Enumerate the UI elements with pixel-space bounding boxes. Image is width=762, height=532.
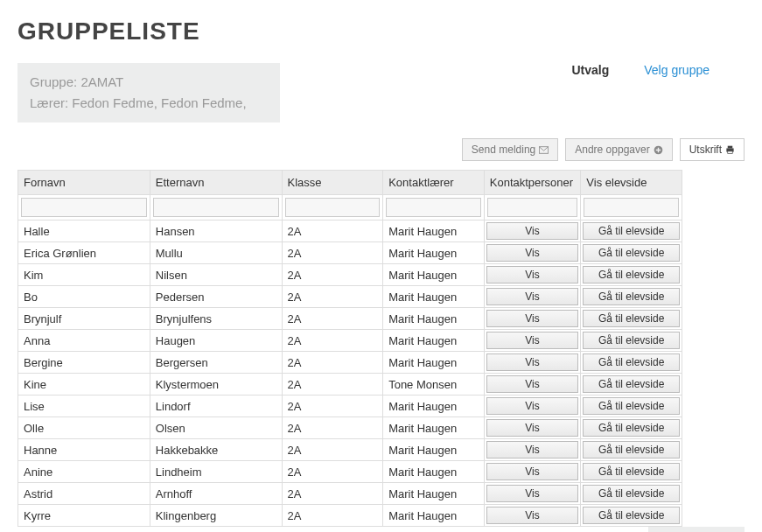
cell-vis-elevside: Gå til elevside [581, 374, 682, 396]
ga-til-elevside-button[interactable]: Gå til elevside [583, 485, 680, 502]
filter-kontaktpersoner[interactable] [487, 198, 578, 217]
cell-kontaktpersoner: Vis [484, 483, 581, 505]
cell-kontaktlarer: Tone Monsen [383, 374, 485, 396]
cell-fornavn: Halle [18, 220, 150, 242]
vis-button[interactable]: Vis [486, 244, 579, 262]
vis-button[interactable]: Vis [486, 222, 579, 240]
col-fornavn[interactable]: Fornavn [18, 171, 150, 195]
cell-kontaktpersoner: Vis [484, 505, 581, 527]
cell-kontaktpersoner: Vis [484, 330, 581, 352]
ga-til-elevside-button[interactable]: Gå til elevside [583, 463, 680, 480]
vis-button[interactable]: Vis [486, 419, 579, 437]
ga-til-elevside-button[interactable]: Gå til elevside [583, 419, 680, 437]
filter-etternavn[interactable] [153, 198, 279, 217]
vis-button[interactable]: Vis [486, 354, 579, 371]
teacher-names: Fedon Fedme, Fedon Fedme, [72, 95, 246, 110]
vis-button[interactable]: Vis [486, 507, 579, 524]
cell-vis-elevside: Gå til elevside [581, 417, 682, 439]
col-etternavn[interactable]: Etternavn [150, 171, 282, 195]
cell-kontaktlarer: Marit Haugen [383, 439, 485, 461]
table-row: AstridArnhoff2AMarit HaugenVisGå til ele… [18, 483, 682, 505]
header-row: Fornavn Etternavn Klasse Kontaktlærer Ko… [18, 171, 682, 195]
vis-button[interactable]: Vis [486, 441, 579, 458]
ga-til-elevside-button[interactable]: Gå til elevside [583, 507, 680, 524]
ga-til-elevside-button[interactable]: Gå til elevside [583, 441, 680, 458]
cell-kontaktlarer: Marit Haugen [383, 505, 485, 527]
ga-til-elevside-button[interactable]: Gå til elevside [583, 354, 680, 371]
send-message-button[interactable]: Send melding [462, 138, 558, 161]
plus-circle-icon [654, 145, 663, 155]
cell-etternavn: Hakkebakke [150, 439, 282, 461]
cell-klasse: 2A [282, 308, 383, 330]
cell-fornavn: Bo [18, 286, 150, 308]
cell-kontaktpersoner: Vis [484, 417, 581, 439]
vis-button[interactable]: Vis [486, 310, 579, 327]
vis-button[interactable]: Vis [486, 266, 579, 284]
cell-fornavn: Brynjulf [18, 308, 150, 330]
print-label: Utskrift [689, 144, 722, 156]
cell-kontaktlarer: Marit Haugen [383, 483, 485, 505]
other-tasks-button[interactable]: Andre oppgaver [565, 138, 672, 161]
table-row: HanneHakkebakke2AMarit HaugenVisGå til e… [18, 439, 682, 461]
cell-klasse: 2A [282, 374, 383, 396]
print-button[interactable]: Utskrift [680, 138, 745, 161]
filter-fornavn[interactable] [21, 198, 147, 217]
header-row: Gruppe: 2AMAT Lærer: Fedon Fedme, Fedon … [17, 63, 745, 122]
envelope-icon [539, 145, 549, 155]
vis-button[interactable]: Vis [486, 485, 579, 502]
filter-kontaktlarer[interactable] [386, 198, 481, 217]
table-row: BergineBergersen2AMarit HaugenVisGå til … [18, 352, 682, 374]
table-row: KimNilsen2AMarit HaugenVisGå til elevsid… [18, 264, 682, 286]
cell-fornavn: Erica Grønlien [18, 242, 150, 264]
ga-til-elevside-button[interactable]: Gå til elevside [583, 222, 680, 240]
ga-til-elevside-button[interactable]: Gå til elevside [583, 244, 680, 262]
vis-button[interactable]: Vis [486, 288, 579, 305]
cell-vis-elevside: Gå til elevside [581, 330, 682, 352]
count-box: Antall elever: 14 [648, 527, 745, 532]
ga-til-elevside-button[interactable]: Gå til elevside [583, 332, 680, 349]
vis-button[interactable]: Vis [486, 375, 579, 393]
ga-til-elevside-button[interactable]: Gå til elevside [583, 375, 680, 393]
cell-kontaktlarer: Marit Haugen [383, 286, 485, 308]
selection-label: Utvalg [571, 63, 609, 77]
cell-kontaktpersoner: Vis [484, 439, 581, 461]
vis-button[interactable]: Vis [486, 332, 579, 349]
col-klasse[interactable]: Klasse [282, 171, 383, 195]
col-kontaktlarer[interactable]: Kontaktlærer [383, 171, 485, 195]
cell-etternavn: Mullu [150, 242, 282, 264]
ga-til-elevside-button[interactable]: Gå til elevside [583, 288, 680, 305]
ga-til-elevside-button[interactable]: Gå til elevside [583, 266, 680, 284]
page-title: GRUPPELISTE [17, 18, 745, 46]
filter-klasse[interactable] [285, 198, 381, 217]
cell-fornavn: Astrid [18, 483, 150, 505]
cell-kontaktlarer: Marit Haugen [383, 242, 485, 264]
cell-vis-elevside: Gå til elevside [581, 352, 682, 374]
student-table: Fornavn Etternavn Klasse Kontaktlærer Ko… [17, 170, 682, 527]
cell-kontaktpersoner: Vis [484, 220, 581, 242]
group-name: 2AMAT [80, 74, 123, 89]
cell-etternavn: Brynjulfens [150, 308, 282, 330]
cell-etternavn: Lindorf [150, 396, 282, 417]
cell-kontaktpersoner: Vis [484, 461, 581, 483]
cell-etternavn: Klingenberg [150, 505, 282, 527]
filter-vis-elevside[interactable] [584, 198, 679, 217]
table-row: KyrreKlingenberg2AMarit HaugenVisGå til … [18, 505, 682, 527]
toolbar: Send melding Andre oppgaver Utskrift [17, 138, 745, 161]
cell-klasse: 2A [282, 330, 383, 352]
vis-button[interactable]: Vis [486, 397, 579, 415]
col-vis-elevside[interactable]: Vis elevside [581, 171, 682, 195]
ga-til-elevside-button[interactable]: Gå til elevside [583, 397, 680, 415]
ga-til-elevside-button[interactable]: Gå til elevside [583, 310, 680, 327]
table-row: BoPedersen2AMarit HaugenVisGå til elevsi… [18, 286, 682, 308]
svg-rect-2 [728, 145, 733, 148]
cell-klasse: 2A [282, 505, 383, 527]
select-group-link[interactable]: Velg gruppe [644, 63, 710, 77]
cell-kontaktlarer: Marit Haugen [383, 352, 485, 374]
cell-klasse: 2A [282, 220, 383, 242]
cell-vis-elevside: Gå til elevside [581, 505, 682, 527]
col-kontaktpersoner[interactable]: Kontaktpersoner [484, 171, 581, 195]
other-tasks-label: Andre oppgaver [575, 144, 649, 156]
cell-etternavn: Nilsen [150, 264, 282, 286]
cell-etternavn: Klystermoen [150, 374, 282, 396]
vis-button[interactable]: Vis [486, 463, 579, 480]
